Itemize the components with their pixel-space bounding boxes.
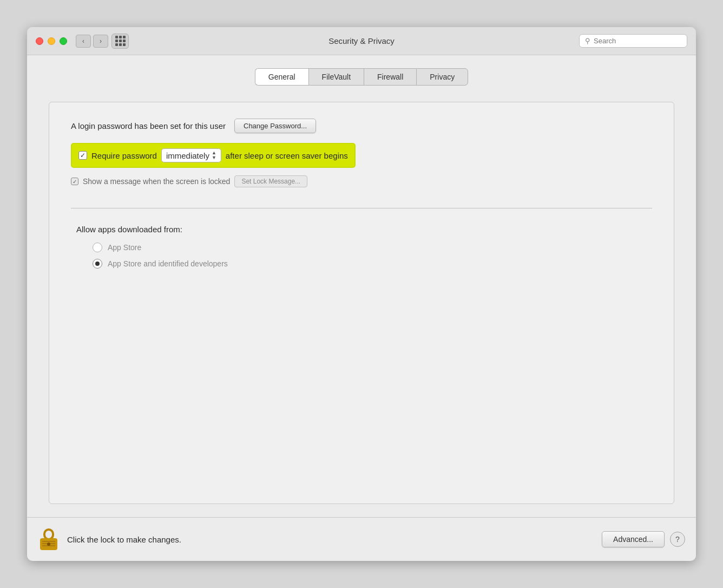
radio-app-store-input[interactable] [93,243,102,252]
help-button[interactable]: ? [670,532,685,547]
radio-app-store-label: App Store [108,243,141,252]
advanced-button[interactable]: Advanced... [602,531,665,547]
immediately-value: immediately [166,151,209,160]
require-password-label: Require password [91,151,157,160]
lock-icon[interactable] [38,526,60,552]
radio-inner-dot [95,262,100,266]
svg-point-5 [47,543,50,546]
grid-icon [115,36,126,46]
immediately-dropdown[interactable]: immediately ▲ ▼ [161,148,221,162]
password-row: A login password has been set for this u… [71,119,652,133]
bottom-right: Advanced... ? [602,531,685,547]
lock-text: Click the lock to make changes. [67,535,181,544]
window-title: Security & Privacy [328,36,395,45]
radio-app-store-identified-input[interactable] [93,259,102,269]
set-lock-message-button[interactable]: Set Lock Message... [234,175,307,187]
close-button[interactable] [36,37,43,45]
search-icon: ⚲ [585,37,590,45]
tab-privacy[interactable]: Privacy [416,68,468,86]
grid-view-button[interactable] [111,34,129,49]
dropdown-arrows-icon: ▲ ▼ [212,151,216,160]
forward-button[interactable]: › [93,35,108,48]
back-button[interactable]: ‹ [76,35,91,48]
svg-rect-0 [44,530,53,539]
tab-bar: General FileVault Firewall Privacy [49,68,674,86]
radio-app-store-identified: App Store and identified developers [93,259,652,269]
main-window: ‹ › Security & Privacy ⚲ General FileVau… [27,27,696,561]
nav-buttons: ‹ › [76,35,108,48]
show-message-checkbox[interactable]: ✓ [71,178,78,185]
search-input[interactable] [594,37,681,45]
content-area: General FileVault Firewall Privacy A log… [27,55,696,517]
lock-area: Click the lock to make changes. [38,526,181,552]
divider [71,208,652,208]
search-bar[interactable]: ⚲ [579,34,687,48]
tab-filevault[interactable]: FileVault [308,68,364,86]
require-password-row: ✓ Require password immediately ▲ ▼ after… [71,143,356,168]
after-label: after sleep or screen saver begins [226,151,348,160]
maximize-button[interactable] [60,37,67,45]
radio-app-store-identified-label: App Store and identified developers [108,259,228,268]
radio-app-store: App Store [93,243,652,252]
tab-general[interactable]: General [255,68,308,86]
tab-firewall[interactable]: Firewall [364,68,416,86]
downloads-label: Allow apps downloaded from: [76,225,652,234]
bottom-bar: Click the lock to make changes. Advanced… [27,517,696,561]
titlebar: ‹ › Security & Privacy ⚲ [27,27,696,55]
show-message-label: Show a message when the screen is locked [83,177,230,186]
password-label: A login password has been set for this u… [71,121,226,130]
traffic-lights [36,37,67,45]
change-password-button[interactable]: Change Password... [234,119,316,133]
radio-group: App Store App Store and identified devel… [93,243,652,269]
minimize-button[interactable] [48,37,55,45]
require-password-checkbox[interactable]: ✓ [78,151,87,160]
general-panel: A login password has been set for this u… [49,102,674,504]
show-message-row: ✓ Show a message when the screen is lock… [71,175,652,187]
